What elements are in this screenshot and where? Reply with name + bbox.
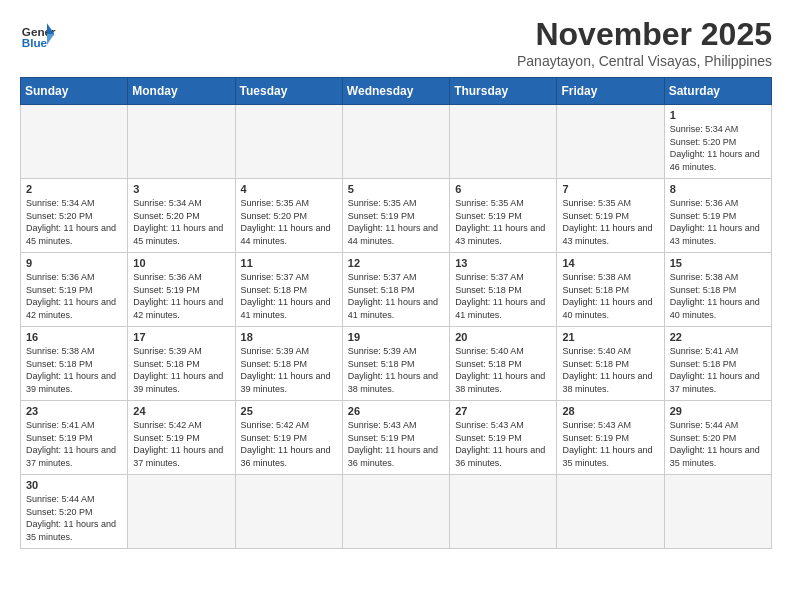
day-number: 4	[241, 183, 337, 195]
day-info: Sunrise: 5:34 AM Sunset: 5:20 PM Dayligh…	[133, 197, 229, 247]
calendar-cell: 16Sunrise: 5:38 AM Sunset: 5:18 PM Dayli…	[21, 327, 128, 401]
calendar-cell: 19Sunrise: 5:39 AM Sunset: 5:18 PM Dayli…	[342, 327, 449, 401]
day-header-tuesday: Tuesday	[235, 78, 342, 105]
calendar-cell: 6Sunrise: 5:35 AM Sunset: 5:19 PM Daylig…	[450, 179, 557, 253]
month-title: November 2025	[517, 16, 772, 53]
day-info: Sunrise: 5:34 AM Sunset: 5:20 PM Dayligh…	[26, 197, 122, 247]
day-number: 28	[562, 405, 658, 417]
calendar-cell: 17Sunrise: 5:39 AM Sunset: 5:18 PM Dayli…	[128, 327, 235, 401]
day-header-saturday: Saturday	[664, 78, 771, 105]
day-number: 19	[348, 331, 444, 343]
day-number: 2	[26, 183, 122, 195]
day-info: Sunrise: 5:37 AM Sunset: 5:18 PM Dayligh…	[348, 271, 444, 321]
day-number: 23	[26, 405, 122, 417]
calendar-cell	[128, 475, 235, 549]
calendar-cell	[342, 105, 449, 179]
calendar-cell	[128, 105, 235, 179]
calendar-cell: 25Sunrise: 5:42 AM Sunset: 5:19 PM Dayli…	[235, 401, 342, 475]
day-header-thursday: Thursday	[450, 78, 557, 105]
logo-icon: General Blue	[20, 16, 56, 52]
day-info: Sunrise: 5:36 AM Sunset: 5:19 PM Dayligh…	[133, 271, 229, 321]
day-header-friday: Friday	[557, 78, 664, 105]
day-number: 10	[133, 257, 229, 269]
day-number: 20	[455, 331, 551, 343]
calendar-week-4: 16Sunrise: 5:38 AM Sunset: 5:18 PM Dayli…	[21, 327, 772, 401]
day-number: 8	[670, 183, 766, 195]
day-info: Sunrise: 5:44 AM Sunset: 5:20 PM Dayligh…	[670, 419, 766, 469]
day-number: 12	[348, 257, 444, 269]
calendar-cell: 3Sunrise: 5:34 AM Sunset: 5:20 PM Daylig…	[128, 179, 235, 253]
day-number: 18	[241, 331, 337, 343]
day-info: Sunrise: 5:38 AM Sunset: 5:18 PM Dayligh…	[562, 271, 658, 321]
calendar-cell: 12Sunrise: 5:37 AM Sunset: 5:18 PM Dayli…	[342, 253, 449, 327]
day-number: 3	[133, 183, 229, 195]
location: Panaytayon, Central Visayas, Philippines	[517, 53, 772, 69]
day-info: Sunrise: 5:41 AM Sunset: 5:18 PM Dayligh…	[670, 345, 766, 395]
day-number: 5	[348, 183, 444, 195]
calendar-week-2: 2Sunrise: 5:34 AM Sunset: 5:20 PM Daylig…	[21, 179, 772, 253]
day-info: Sunrise: 5:39 AM Sunset: 5:18 PM Dayligh…	[241, 345, 337, 395]
calendar-cell: 4Sunrise: 5:35 AM Sunset: 5:20 PM Daylig…	[235, 179, 342, 253]
day-info: Sunrise: 5:35 AM Sunset: 5:19 PM Dayligh…	[455, 197, 551, 247]
calendar-cell	[450, 475, 557, 549]
day-header-monday: Monday	[128, 78, 235, 105]
day-info: Sunrise: 5:43 AM Sunset: 5:19 PM Dayligh…	[348, 419, 444, 469]
day-number: 27	[455, 405, 551, 417]
day-info: Sunrise: 5:38 AM Sunset: 5:18 PM Dayligh…	[670, 271, 766, 321]
day-header-sunday: Sunday	[21, 78, 128, 105]
day-number: 17	[133, 331, 229, 343]
day-info: Sunrise: 5:35 AM Sunset: 5:19 PM Dayligh…	[562, 197, 658, 247]
day-number: 11	[241, 257, 337, 269]
calendar-cell	[450, 105, 557, 179]
calendar-cell: 28Sunrise: 5:43 AM Sunset: 5:19 PM Dayli…	[557, 401, 664, 475]
day-info: Sunrise: 5:39 AM Sunset: 5:18 PM Dayligh…	[133, 345, 229, 395]
calendar-cell: 8Sunrise: 5:36 AM Sunset: 5:19 PM Daylig…	[664, 179, 771, 253]
day-number: 13	[455, 257, 551, 269]
day-info: Sunrise: 5:35 AM Sunset: 5:19 PM Dayligh…	[348, 197, 444, 247]
day-info: Sunrise: 5:40 AM Sunset: 5:18 PM Dayligh…	[562, 345, 658, 395]
calendar-cell: 22Sunrise: 5:41 AM Sunset: 5:18 PM Dayli…	[664, 327, 771, 401]
day-number: 30	[26, 479, 122, 491]
calendar-cell: 18Sunrise: 5:39 AM Sunset: 5:18 PM Dayli…	[235, 327, 342, 401]
calendar-week-1: 1Sunrise: 5:34 AM Sunset: 5:20 PM Daylig…	[21, 105, 772, 179]
calendar-cell	[21, 105, 128, 179]
day-info: Sunrise: 5:36 AM Sunset: 5:19 PM Dayligh…	[26, 271, 122, 321]
calendar-cell: 11Sunrise: 5:37 AM Sunset: 5:18 PM Dayli…	[235, 253, 342, 327]
calendar-cell	[235, 475, 342, 549]
day-info: Sunrise: 5:38 AM Sunset: 5:18 PM Dayligh…	[26, 345, 122, 395]
calendar-cell: 15Sunrise: 5:38 AM Sunset: 5:18 PM Dayli…	[664, 253, 771, 327]
day-info: Sunrise: 5:40 AM Sunset: 5:18 PM Dayligh…	[455, 345, 551, 395]
day-number: 9	[26, 257, 122, 269]
day-header-wednesday: Wednesday	[342, 78, 449, 105]
day-number: 14	[562, 257, 658, 269]
calendar-cell: 9Sunrise: 5:36 AM Sunset: 5:19 PM Daylig…	[21, 253, 128, 327]
day-number: 16	[26, 331, 122, 343]
page-header: General Blue November 2025 Panaytayon, C…	[20, 16, 772, 69]
day-info: Sunrise: 5:39 AM Sunset: 5:18 PM Dayligh…	[348, 345, 444, 395]
day-info: Sunrise: 5:37 AM Sunset: 5:18 PM Dayligh…	[455, 271, 551, 321]
calendar-cell: 13Sunrise: 5:37 AM Sunset: 5:18 PM Dayli…	[450, 253, 557, 327]
calendar-cell: 14Sunrise: 5:38 AM Sunset: 5:18 PM Dayli…	[557, 253, 664, 327]
calendar-week-5: 23Sunrise: 5:41 AM Sunset: 5:19 PM Dayli…	[21, 401, 772, 475]
calendar-cell	[557, 475, 664, 549]
day-info: Sunrise: 5:42 AM Sunset: 5:19 PM Dayligh…	[241, 419, 337, 469]
svg-marker-3	[47, 34, 54, 45]
calendar-cell: 23Sunrise: 5:41 AM Sunset: 5:19 PM Dayli…	[21, 401, 128, 475]
calendar-cell: 5Sunrise: 5:35 AM Sunset: 5:19 PM Daylig…	[342, 179, 449, 253]
calendar-cell: 10Sunrise: 5:36 AM Sunset: 5:19 PM Dayli…	[128, 253, 235, 327]
day-info: Sunrise: 5:35 AM Sunset: 5:20 PM Dayligh…	[241, 197, 337, 247]
calendar-cell: 26Sunrise: 5:43 AM Sunset: 5:19 PM Dayli…	[342, 401, 449, 475]
day-info: Sunrise: 5:34 AM Sunset: 5:20 PM Dayligh…	[670, 123, 766, 173]
day-info: Sunrise: 5:43 AM Sunset: 5:19 PM Dayligh…	[455, 419, 551, 469]
calendar-cell: 27Sunrise: 5:43 AM Sunset: 5:19 PM Dayli…	[450, 401, 557, 475]
days-header-row: SundayMondayTuesdayWednesdayThursdayFrid…	[21, 78, 772, 105]
calendar-cell: 2Sunrise: 5:34 AM Sunset: 5:20 PM Daylig…	[21, 179, 128, 253]
calendar-cell	[342, 475, 449, 549]
calendar-cell: 30Sunrise: 5:44 AM Sunset: 5:20 PM Dayli…	[21, 475, 128, 549]
day-info: Sunrise: 5:37 AM Sunset: 5:18 PM Dayligh…	[241, 271, 337, 321]
calendar-cell: 20Sunrise: 5:40 AM Sunset: 5:18 PM Dayli…	[450, 327, 557, 401]
day-number: 1	[670, 109, 766, 121]
logo: General Blue	[20, 16, 56, 52]
day-info: Sunrise: 5:36 AM Sunset: 5:19 PM Dayligh…	[670, 197, 766, 247]
calendar-week-3: 9Sunrise: 5:36 AM Sunset: 5:19 PM Daylig…	[21, 253, 772, 327]
